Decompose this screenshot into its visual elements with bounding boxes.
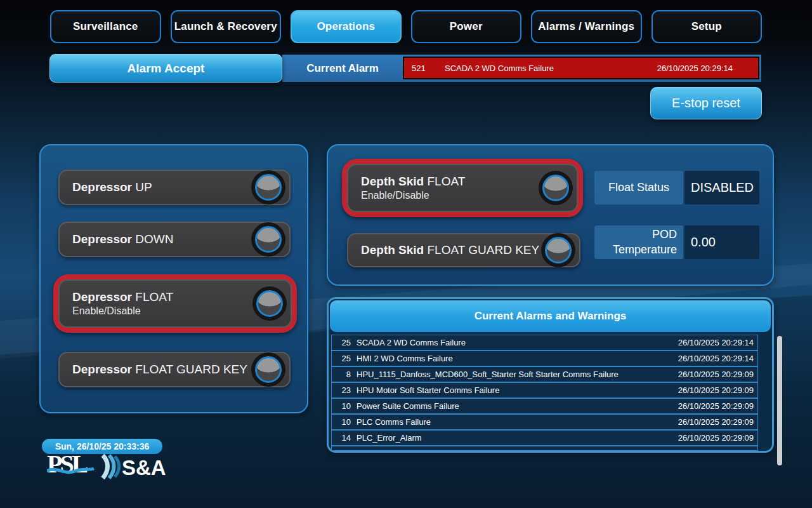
scrollbar[interactable] — [777, 336, 782, 465]
pod-label-line2: Temperature — [613, 243, 677, 257]
pod-label-line1: POD — [652, 227, 677, 242]
lamp-sphere — [542, 175, 569, 201]
indicator-lamp — [251, 222, 285, 257]
button-label-bold: Depth Skid — [361, 243, 424, 257]
button-label-rest: FLOAT — [135, 290, 173, 304]
alarm-count: 25 — [332, 338, 351, 347]
current-alarm-bar: Current Alarm 521 SCADA 2 WD Comms Failu… — [282, 55, 761, 82]
wave-icon — [109, 455, 114, 478]
pod-temperature-field: POD Temperature 0.00 — [594, 225, 759, 259]
depressor-float-alert-ring: Depressor FLOAT Enable/Disable — [53, 274, 297, 333]
depth-skid-panel: Depth Skid FLOAT Enable/Disable Depth Sk… — [327, 144, 774, 286]
top-nav: Surveillance Launch & Recovery Operation… — [50, 10, 762, 43]
button-sublabel: Enable/Disable — [361, 189, 539, 202]
lamp-sphere — [545, 237, 572, 264]
alarm-description: PLC_Error_Alarm — [357, 433, 678, 443]
depressor-float-button[interactable]: Depressor FLOAT Enable/Disable — [58, 279, 292, 328]
depth-skid-float-button[interactable]: Depth Skid FLOAT Enable/Disable — [347, 164, 578, 212]
alarm-time: 26/10/2025 20:29:09 — [678, 433, 754, 443]
button-label-bold: Depressor — [72, 363, 132, 376]
psl-sa-logo: PSL S&A — [47, 451, 167, 485]
alarm-description: HPU_1115_Danfoss_MCD600_Soft_Starter Sof… — [357, 370, 678, 379]
button-label: Depressor FLOAT GUARD KEY — [72, 362, 251, 377]
button-label-bold: Depressor — [72, 180, 132, 194]
indicator-lamp — [251, 352, 285, 387]
alarm-row: 10 PLC Comms Failure 26/10/2025 20:29:09 — [331, 414, 758, 430]
tab-setup[interactable]: Setup — [652, 10, 763, 43]
alarm-row: 25 SCADA 2 WD Comms Failure 26/10/2025 2… — [331, 335, 758, 351]
lamp-sphere — [256, 290, 283, 317]
logo-sa-text: S&A — [122, 456, 166, 479]
alarm-count: 23 — [332, 385, 351, 395]
button-label: Depth Skid FLOAT GUARD KEY — [361, 243, 541, 258]
button-sublabel: Enable/Disable — [72, 305, 252, 318]
float-status-label: Float Status — [594, 171, 683, 204]
lamp-sphere — [255, 174, 282, 201]
alarm-row: 8 HPU_1115_Danfoss_MCD600_Soft_Starter S… — [331, 366, 758, 382]
alarm-row: 14 PLC_Error_Alarm 26/10/2025 20:29:09 — [331, 430, 758, 446]
depressor-down-button[interactable]: Depressor DOWN — [58, 222, 291, 257]
depth-skid-float-alert-ring: Depth Skid FLOAT Enable/Disable — [342, 159, 583, 217]
wave-icon — [103, 455, 108, 478]
tab-alarms-warnings[interactable]: Alarms / Warnings — [531, 10, 642, 43]
alarm-text: SCADA 2 WD Comms Failure — [445, 64, 657, 73]
tab-surveillance[interactable]: Surveillance — [50, 10, 161, 43]
indicator-lamp — [252, 286, 287, 321]
alarms-panel-title: Current Alarms and Warnings — [330, 300, 771, 332]
depressor-panel: Depressor UP Depressor DOWN Depressor FL… — [39, 144, 308, 413]
tab-power[interactable]: Power — [411, 10, 522, 43]
depth-skid-float-guard-key-button[interactable]: Depth Skid FLOAT GUARD KEY — [347, 233, 580, 267]
button-label-rest: FLOAT — [428, 175, 466, 188]
indicator-lamp — [541, 233, 575, 267]
alarm-count: 8 — [332, 370, 351, 379]
button-label-bold: Depth Skid — [361, 175, 424, 188]
current-alarm-label: Current Alarm — [282, 55, 403, 82]
alarm-row: 10 Power Suite Comms Failure 26/10/2025 … — [331, 398, 758, 414]
button-label-bold: Depressor — [72, 290, 132, 304]
alarm-count: 25 — [332, 354, 351, 363]
button-label-bold: Depressor — [72, 232, 132, 246]
alarms-list: 25 SCADA 2 WD Comms Failure 26/10/2025 2… — [329, 335, 772, 451]
alarm-accept-button[interactable]: Alarm Accept — [49, 54, 282, 83]
depressor-float-guard-key-button[interactable]: Depressor FLOAT GUARD KEY — [58, 352, 291, 387]
alarm-time: 26/10/2025 20:29:09 — [678, 370, 754, 379]
hmi-screen: Surveillance Launch & Recovery Operation… — [0, 0, 812, 508]
logo-graphic: PSL S&A — [47, 451, 167, 482]
alarm-time: 26/10/2025 20:29:09 — [678, 401, 754, 411]
alarm-count: 10 — [332, 417, 351, 427]
button-label-rest: DOWN — [135, 232, 173, 246]
alarms-panel: Current Alarms and Warnings 25 SCADA 2 W… — [327, 297, 774, 453]
alarm-time: 26/10/2025 20:29:09 — [678, 385, 754, 395]
tab-launch-recovery[interactable]: Launch & Recovery — [171, 10, 282, 43]
button-label: Depressor DOWN — [72, 232, 251, 247]
lamp-sphere — [255, 226, 282, 253]
alarm-time: 26/10/2025 20:29:09 — [678, 417, 754, 427]
alarm-count: 10 — [332, 401, 351, 411]
alarm-row: 23 HPU Motor Soft Starter Comms Failure … — [331, 382, 758, 398]
alarm-description: HMI 2 WD Comms Failure — [357, 354, 678, 363]
current-alarm-message: 521 SCADA 2 WD Comms Failure 26/10/2025 … — [403, 57, 759, 79]
alarm-row-empty — [331, 446, 758, 451]
alarm-description: HPU Motor Soft Starter Comms Failure — [357, 385, 678, 395]
pod-temperature-label: POD Temperature — [594, 225, 683, 259]
tab-operations[interactable]: Operations — [291, 10, 402, 43]
alarm-description: PLC Comms Failure — [357, 417, 678, 427]
depressor-up-button[interactable]: Depressor UP — [58, 170, 291, 205]
button-label: Depth Skid FLOAT Enable/Disable — [361, 174, 539, 202]
button-label: Depressor UP — [72, 180, 251, 195]
indicator-lamp — [539, 171, 573, 205]
estop-reset-button[interactable]: E-stop reset — [650, 87, 762, 119]
button-label-rest: FLOAT GUARD KEY — [135, 363, 247, 376]
lamp-sphere — [255, 356, 282, 383]
button-label: Depressor FLOAT Enable/Disable — [72, 290, 252, 318]
alarm-description: Power Suite Comms Failure — [357, 401, 678, 411]
alarm-id: 521 — [412, 64, 445, 73]
alarm-row: 25 HMI 2 WD Comms Failure 26/10/2025 20:… — [331, 351, 758, 366]
indicator-lamp — [251, 170, 285, 204]
float-status-value: DISABLED — [684, 171, 759, 204]
alarm-count: 14 — [332, 433, 351, 443]
float-status-field: Float Status DISABLED — [594, 171, 759, 204]
alarm-timestamp: 26/10/2025 20:29:14 — [657, 64, 733, 73]
alarm-time: 26/10/2025 20:29:14 — [678, 338, 754, 347]
button-label-rest: UP — [135, 180, 152, 194]
